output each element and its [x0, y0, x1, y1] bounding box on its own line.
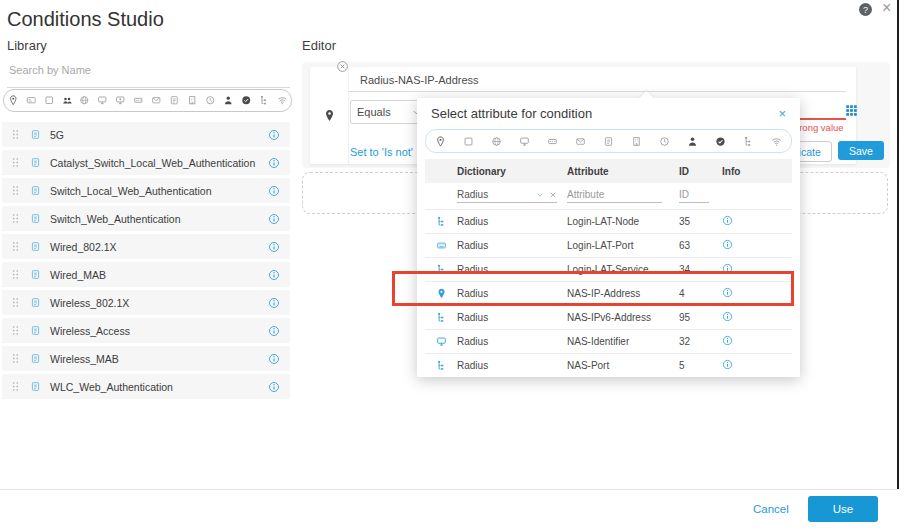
badge-check-icon[interactable]	[715, 136, 726, 147]
info-icon[interactable]	[722, 263, 733, 274]
row-dictionary: Radius	[457, 216, 567, 227]
clear-filter-icon[interactable]	[549, 191, 557, 199]
condition-attribute-field[interactable]: Radius-NAS-IP-Address	[360, 74, 479, 86]
search-input[interactable]	[7, 63, 294, 77]
globe-icon[interactable]	[79, 95, 90, 106]
attribute-row[interactable]: Radius Login-LAT-Service 34	[425, 257, 792, 281]
person-icon[interactable]	[687, 136, 698, 147]
library-list-item[interactable]: Wireless_Access	[2, 318, 290, 343]
globe-icon[interactable]	[491, 136, 502, 147]
attribute-row[interactable]: Radius NAS-IP-Address 4	[425, 281, 792, 305]
building-icon[interactable]	[631, 136, 642, 147]
clock-icon[interactable]	[205, 95, 216, 106]
person-icon[interactable]	[223, 95, 234, 106]
use-button[interactable]: Use	[808, 496, 878, 522]
info-icon[interactable]	[268, 185, 280, 197]
location-pin-icon[interactable]	[435, 136, 446, 147]
drag-grid-icon[interactable]	[845, 104, 858, 117]
conditions-studio-panel: Conditions Studio ? × Library	[0, 0, 904, 528]
drag-handle-icon[interactable]	[10, 157, 21, 168]
drag-handle-icon[interactable]	[10, 185, 21, 196]
group-icon[interactable]	[62, 95, 73, 106]
drag-handle-icon[interactable]	[10, 213, 21, 224]
wifi-icon[interactable]	[277, 95, 288, 106]
library-list-item[interactable]: Wired_802.1X	[2, 234, 290, 259]
info-icon[interactable]	[268, 269, 280, 281]
remove-condition-icon[interactable]	[336, 60, 349, 73]
info-icon[interactable]	[722, 239, 733, 250]
panel-right-edge	[897, 0, 899, 489]
envelope-icon[interactable]	[151, 95, 162, 106]
info-icon[interactable]	[722, 359, 733, 370]
library-list: 5G Catalyst_Switch_Local_Web_Authenticat…	[2, 122, 290, 402]
drag-handle-icon[interactable]	[10, 241, 21, 252]
info-icon[interactable]	[268, 325, 280, 337]
clock-icon[interactable]	[659, 136, 670, 147]
info-icon[interactable]	[722, 335, 733, 346]
info-icon[interactable]	[268, 381, 280, 393]
attribute-row[interactable]: Radius NAS-Port 5	[425, 353, 792, 377]
info-icon[interactable]	[722, 311, 733, 322]
library-list-item[interactable]: Wireless_802.1X	[2, 290, 290, 315]
info-icon[interactable]	[268, 353, 280, 365]
attribute-row[interactable]: Radius NAS-IPv6-Address 95	[425, 305, 792, 329]
drag-handle-icon[interactable]	[10, 269, 21, 280]
library-list-item[interactable]: Switch_Local_Web_Authentication	[2, 178, 290, 203]
id-card-icon[interactable]	[26, 95, 37, 106]
id-filter-input[interactable]	[679, 189, 709, 203]
info-icon[interactable]	[268, 297, 280, 309]
help-icon[interactable]: ?	[859, 3, 872, 16]
monitor-icon[interactable]	[97, 95, 108, 106]
building-icon[interactable]	[187, 95, 198, 106]
badge-check-icon[interactable]	[241, 95, 252, 106]
library-list-item[interactable]: Wireless_MAB	[2, 346, 290, 371]
info-icon[interactable]	[268, 129, 280, 141]
dialog-close-icon[interactable]: ×	[778, 106, 786, 121]
attribute-row[interactable]: Radius Login-LAT-Port 63	[425, 233, 792, 257]
server-icon[interactable]	[133, 95, 144, 106]
document-icon[interactable]	[603, 136, 614, 147]
condition-type-column	[310, 67, 349, 164]
info-icon[interactable]	[268, 157, 280, 169]
drag-handle-icon[interactable]	[10, 325, 21, 336]
server-icon[interactable]	[547, 136, 558, 147]
drag-handle-icon[interactable]	[10, 297, 21, 308]
attribute-row[interactable]: Radius NAS-Identifier 32	[425, 329, 792, 353]
monitor-icon[interactable]	[519, 136, 530, 147]
condition-doc-icon	[30, 325, 41, 336]
drag-handle-icon[interactable]	[10, 381, 21, 392]
library-list-item[interactable]: Catalyst_Switch_Local_Web_Authentication	[2, 150, 290, 175]
envelope-icon[interactable]	[575, 136, 586, 147]
save-button[interactable]: Save	[838, 141, 884, 160]
library-list-item[interactable]: Wired_MAB	[2, 262, 290, 287]
info-icon[interactable]	[722, 287, 733, 298]
cancel-button[interactable]: Cancel	[753, 503, 789, 515]
dictionary-filter-select[interactable]: Radius	[457, 189, 557, 203]
tree-icon	[425, 312, 457, 323]
location-pin-icon[interactable]	[8, 95, 19, 106]
monitor-user-icon[interactable]	[115, 95, 126, 106]
library-list-item[interactable]: 5G	[2, 122, 290, 147]
drag-handle-icon[interactable]	[10, 129, 21, 140]
square-icon[interactable]	[463, 136, 474, 147]
attribute-filter-input[interactable]	[567, 189, 662, 203]
tree-icon	[425, 360, 457, 371]
tree-icon[interactable]	[743, 136, 754, 147]
info-icon[interactable]	[268, 213, 280, 225]
library-list-item[interactable]: WLC_Web_Authentication	[2, 374, 290, 399]
table-filter-row: Radius	[425, 183, 792, 209]
drag-handle-icon[interactable]	[10, 353, 21, 364]
col-info: Info	[712, 166, 792, 177]
info-icon[interactable]	[268, 241, 280, 253]
condition-doc-icon	[30, 185, 41, 196]
document-icon[interactable]	[169, 95, 180, 106]
set-to-isnot-link[interactable]: Set to 'Is not'	[350, 146, 413, 158]
close-icon[interactable]: ×	[882, 0, 891, 17]
tree-icon[interactable]	[259, 95, 270, 106]
info-icon[interactable]	[722, 215, 733, 226]
wifi-icon[interactable]	[771, 136, 782, 147]
library-list-item[interactable]: Switch_Web_Authentication	[2, 206, 290, 231]
square-icon[interactable]	[44, 95, 55, 106]
attribute-row[interactable]: Radius Login-LAT-Node 35	[425, 209, 792, 233]
location-pin-filled-icon	[425, 288, 457, 299]
